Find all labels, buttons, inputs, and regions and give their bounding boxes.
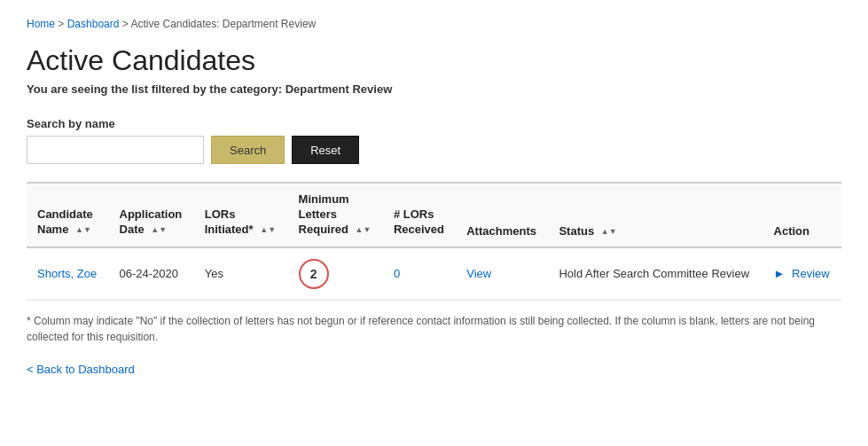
col-min-letters: MinimumLettersRequired ▲▼ [288, 183, 383, 247]
search-input[interactable] [27, 136, 204, 164]
sort-icon-min-letters[interactable]: ▲▼ [356, 226, 371, 234]
action-review: ► Review [774, 267, 830, 280]
search-section: Search by name Search Reset [27, 117, 841, 164]
footnote: * Column may indicate "No" if the collec… [27, 313, 841, 345]
cell-action: ► Review [763, 247, 841, 301]
col-action: Action [763, 183, 841, 247]
breadcrumb: Home > Dashboard > Active Candidates: De… [27, 18, 841, 30]
attachments-link[interactable]: View [466, 267, 491, 280]
page-subtitle: You are seeing the list filtered by the … [27, 82, 841, 96]
cell-min-letters: 2 [288, 247, 383, 301]
page-title: Active Candidates [27, 44, 841, 77]
search-label: Search by name [27, 117, 841, 130]
breadcrumb-current: Active Candidates: Department Review [130, 18, 316, 30]
cell-lors-received: 0 [383, 247, 456, 301]
reset-button[interactable]: Reset [292, 136, 359, 164]
candidate-name-link[interactable]: Shorts, Zoe [37, 267, 97, 280]
col-application-date: ApplicationDate ▲▼ [109, 183, 194, 247]
candidates-table: CandidateName ▲▼ ApplicationDate ▲▼ LORs… [27, 182, 841, 301]
lors-received-link[interactable]: 0 [394, 267, 400, 280]
table-row: Shorts, Zoe 06-24-2020 Yes 2 0 View Hold… [27, 247, 841, 301]
cell-status: Hold After Search Committee Review [548, 247, 762, 301]
col-attachments: Attachments [456, 183, 548, 247]
sort-icon-application-date[interactable]: ▲▼ [151, 226, 167, 234]
breadcrumb-home[interactable]: Home [27, 18, 55, 30]
col-status: Status ▲▼ [548, 183, 762, 247]
review-link[interactable]: Review [792, 267, 830, 280]
cell-candidate-name: Shorts, Zoe [27, 247, 109, 301]
play-icon: ► [774, 267, 786, 280]
back-to-dashboard-link[interactable]: < Back to Dashboard [27, 363, 135, 376]
sort-icon-status[interactable]: ▲▼ [601, 228, 617, 236]
col-lors-received: # LORsReceived [383, 183, 456, 247]
back-link-container: < Back to Dashboard [27, 363, 841, 376]
cell-application-date: 06-24-2020 [109, 247, 194, 301]
col-candidate-name: CandidateName ▲▼ [27, 183, 109, 247]
search-button[interactable]: Search [211, 136, 285, 164]
cell-lors-initiated: Yes [194, 247, 288, 301]
sort-icon-candidate-name[interactable]: ▲▼ [75, 226, 91, 234]
col-lors-initiated: LORsInitiated* ▲▼ [194, 183, 288, 247]
breadcrumb-dashboard[interactable]: Dashboard [67, 18, 120, 30]
sort-icon-lors-initiated[interactable]: ▲▼ [260, 226, 276, 234]
search-row: Search Reset [27, 136, 841, 164]
cell-attachments: View [456, 247, 548, 301]
min-letters-badge: 2 [299, 259, 329, 289]
